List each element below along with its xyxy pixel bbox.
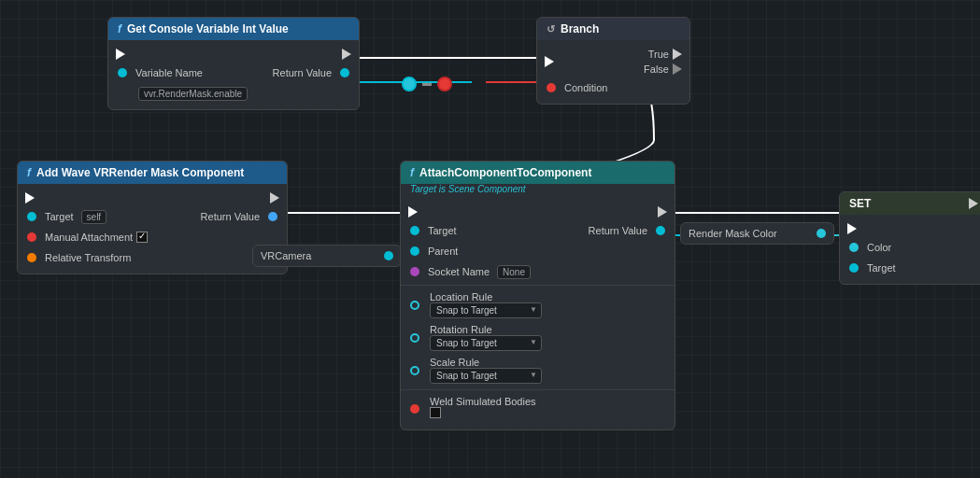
vrcamera-row: VRCamera — [261, 250, 393, 261]
manual-label: Manual Attachment — [45, 232, 133, 243]
add-wave-header: f Add Wave VRRender Mask Component — [18, 162, 287, 184]
relay-line — [422, 83, 432, 86]
attach-target-row: Target Return Value — [401, 220, 675, 241]
variable-label: Variable Name — [135, 67, 203, 78]
set-title: SET — [849, 197, 871, 210]
target-row: Target self Return Value — [18, 206, 287, 227]
weld-checkbox[interactable] — [430, 407, 441, 418]
return-value-pin-2 — [268, 212, 277, 221]
attach-socket-row: Socket Name None — [401, 261, 675, 282]
return-value-label: Return Value — [273, 67, 332, 78]
get-console-var-node: f Get Console Variable Int Value Variabl… — [107, 17, 360, 110]
add-wave-exec-in — [25, 192, 35, 204]
variable-row: Variable Name Return Value — [108, 63, 359, 83]
exec-out — [342, 49, 351, 60]
attach-exec-out — [658, 206, 667, 218]
render-mask-out-pin — [817, 229, 826, 238]
attach-socket-label: Socket Name — [428, 266, 490, 277]
attach-parent-row: Parent — [401, 241, 675, 261]
relative-label: Relative Transform — [45, 252, 131, 263]
condition-row: Condition — [537, 77, 689, 98]
scale-pin — [410, 366, 419, 375]
target-value[interactable]: self — [81, 210, 107, 224]
set-color-row: Color — [840, 237, 980, 258]
rotation-dropdown[interactable]: Snap to Target — [430, 335, 542, 351]
attach-header: f AttachComponentToComponent — [401, 162, 675, 184]
false-row: False — [644, 63, 682, 75]
attach-socket-value[interactable]: None — [497, 265, 531, 279]
branch-header: ↺ Branch — [537, 18, 689, 40]
attach-return-label: Return Value — [589, 225, 647, 236]
true-label: True — [648, 49, 669, 60]
function-icon: f — [118, 22, 121, 35]
add-wave-node: f Add Wave VRRender Mask Component Targe… — [17, 161, 288, 274]
vrcamera-label: VRCamera — [261, 250, 311, 261]
branch-exec-in-pin — [545, 56, 554, 67]
set-exec-row — [840, 220, 980, 237]
set-exec-in-pin — [847, 223, 857, 234]
rotation-label: Rotation Rule — [430, 324, 542, 335]
manual-checkbox[interactable] — [136, 232, 148, 243]
true-row: True — [648, 49, 682, 60]
attach-exec-in-pin — [408, 206, 418, 218]
relay-node — [402, 77, 452, 91]
exec-in-pin — [116, 49, 125, 60]
set-node: SET Color Target — [839, 191, 980, 285]
render-mask-color-node: Render Mask Color — [680, 222, 834, 245]
variable-value-input[interactable]: vvr.RenderMask.enable — [138, 87, 248, 101]
variable-input-row: vvr.RenderMask.enable — [108, 83, 359, 104]
divider-1 — [401, 285, 675, 286]
false-pin — [673, 63, 682, 75]
relay-dot-2 — [437, 77, 452, 91]
relative-pin — [27, 253, 36, 262]
return-value-pin — [340, 68, 349, 77]
rotation-rule-row: Rotation Rule Snap to Target — [401, 321, 675, 354]
attach-exec-row — [401, 204, 675, 220]
set-target-row: Target — [840, 258, 980, 278]
divider-2 — [401, 389, 675, 390]
scale-label: Scale Rule — [430, 357, 542, 368]
branch-title: Branch — [561, 22, 599, 35]
attach-exec-in — [408, 206, 418, 218]
set-header: SET — [840, 192, 980, 215]
vrcamera-out-pin — [384, 251, 393, 260]
get-console-var-title: Get Console Variable Int Value — [127, 22, 289, 35]
set-color-label: Color — [867, 242, 891, 253]
add-wave-title: Add Wave VRRender Mask Component — [36, 166, 244, 179]
return-value-label-2: Return Value — [201, 211, 260, 222]
add-wave-exec-row — [18, 190, 287, 206]
target-label: Target — [45, 211, 74, 222]
loop-icon: ↺ — [547, 23, 555, 35]
scale-dropdown[interactable]: Snap to Target — [430, 368, 542, 384]
location-rule-row: Location Rule Snap to Target — [401, 288, 675, 321]
branch-exec-row: True False — [537, 46, 689, 77]
vrcamera-node: VRCamera — [252, 245, 402, 267]
exec-row-top — [108, 46, 359, 63]
false-label: False — [644, 63, 669, 75]
target-pin-in — [27, 212, 36, 221]
attach-component-node: f AttachComponentToComponent Target is S… — [400, 161, 675, 430]
weld-pin — [410, 404, 419, 414]
relative-transform-row: Relative Transform — [18, 247, 287, 268]
attach-target-pin — [410, 226, 419, 235]
weld-row: Weld Simulated Bodies — [401, 393, 675, 424]
branch-exec-in — [545, 56, 554, 67]
attach-parent-label: Parent — [428, 246, 458, 257]
set-target-pin — [849, 263, 859, 273]
branch-node: ↺ Branch True False Condition — [536, 17, 690, 105]
attach-target-label: Target — [428, 225, 457, 236]
attach-return-pin — [656, 226, 665, 235]
set-exec-in — [847, 223, 857, 234]
set-exec-out-icon — [969, 198, 978, 209]
render-mask-row: Render Mask Color — [689, 228, 826, 239]
variable-pin-in — [118, 68, 127, 77]
attach-subtitle: Target is Scene Component — [401, 184, 675, 198]
attach-parent-pin — [410, 246, 419, 256]
location-pin — [410, 301, 419, 310]
render-mask-label: Render Mask Color — [689, 228, 777, 239]
location-label: Location Rule — [430, 291, 542, 302]
true-pin — [673, 49, 682, 60]
relay-dot-1 — [402, 77, 417, 91]
attach-exec-out-pin — [658, 206, 667, 218]
location-dropdown[interactable]: Snap to Target — [430, 302, 542, 318]
